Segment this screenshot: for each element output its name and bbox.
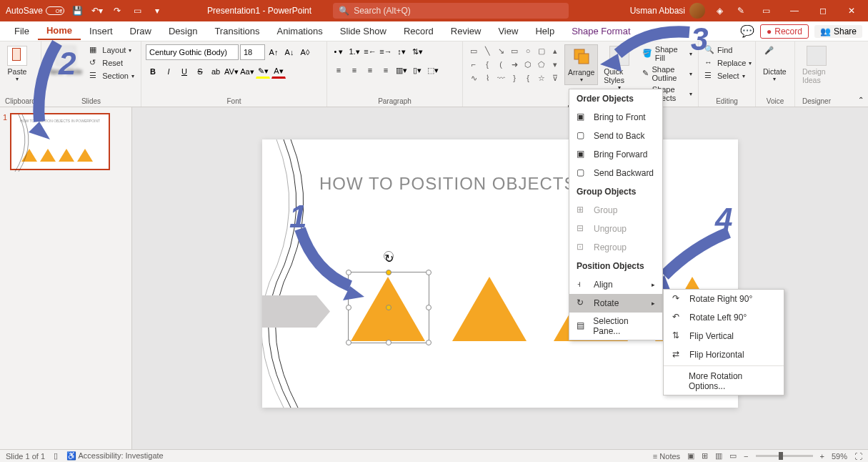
design-ideas-button[interactable]: Design Ideas — [799, 44, 834, 86]
bullets-button[interactable]: • ▾ — [331, 44, 346, 59]
arrange-button[interactable]: Arrange▾ — [564, 44, 598, 85]
normal-view-icon[interactable]: ▣ — [687, 451, 694, 461]
tab-help[interactable]: Help — [527, 23, 563, 39]
align-item[interactable]: ⫞Align▸ — [569, 275, 662, 294]
align-right-button[interactable]: ≡ — [363, 63, 377, 77]
select-button[interactable]: ☰Select▾ — [703, 70, 753, 82]
language-icon[interactable]: ▯ — [54, 451, 58, 461]
decrease-font-icon[interactable]: A↓ — [282, 45, 296, 59]
font-color-button[interactable]: A▾ — [271, 64, 286, 79]
slide-sorter-icon[interactable]: ⊞ — [702, 451, 708, 461]
columns-button[interactable]: ▥▾ — [394, 63, 409, 77]
close-icon[interactable]: ✕ — [841, 0, 862, 21]
italic-button[interactable]: I — [161, 64, 176, 79]
share-button[interactable]: 👥Share — [814, 25, 862, 38]
thumbnail-pane[interactable]: 1 HOW TO POSITION OBJECTS IN POWERPOINT — [0, 107, 132, 449]
resize-handle-e[interactable] — [426, 305, 431, 310]
dictate-button[interactable]: 🎤Dictate▾ — [760, 44, 789, 84]
rotate-left-90-item[interactable]: ↶Rotate Left 90° — [664, 308, 784, 327]
justify-button[interactable]: ≡ — [379, 63, 393, 77]
layout-button[interactable]: ▦Layout▾ — [88, 44, 136, 56]
underline-button[interactable]: U — [177, 64, 191, 79]
change-case-button[interactable]: Aa▾ — [240, 64, 254, 79]
maximize-icon[interactable]: ◻ — [812, 0, 834, 21]
align-left-button[interactable]: ≡ — [331, 63, 346, 77]
reading-view-icon[interactable]: ▥ — [715, 451, 722, 461]
char-spacing-button[interactable]: AV▾ — [224, 64, 239, 79]
search-box[interactable]: 🔍 Search (Alt+Q) — [333, 3, 569, 19]
highlight-button[interactable]: ✎▾ — [256, 64, 270, 79]
slideshow-view-icon[interactable]: ▭ — [729, 451, 737, 461]
tab-transitions[interactable]: Transitions — [206, 23, 268, 39]
resize-handle-se[interactable] — [426, 340, 431, 345]
align-center-button[interactable]: ≡ — [347, 63, 361, 77]
zoom-out-button[interactable]: − — [744, 452, 748, 461]
adjustment-handle[interactable] — [386, 305, 391, 310]
slide-counter[interactable]: Slide 1 of 1 — [6, 452, 45, 461]
align-text-button[interactable]: ▯▾ — [410, 63, 424, 77]
autosave-toggle[interactable]: AutoSave Off — [6, 6, 64, 16]
tab-record[interactable]: Record — [395, 23, 442, 39]
bring-to-front-item[interactable]: ▣Bring to Front — [569, 108, 662, 127]
save-icon[interactable]: 💾 — [70, 4, 84, 18]
tab-insert[interactable]: Insert — [81, 23, 121, 39]
font-size-select[interactable] — [240, 44, 265, 60]
numbering-button[interactable]: 1.▾ — [347, 44, 361, 59]
tab-view[interactable]: View — [489, 23, 527, 39]
rotate-item[interactable]: ↻Rotate▸ — [569, 294, 662, 313]
slide-canvas-area[interactable]: HOW TO POSITION OBJECTS IN INT ↻ — [132, 107, 868, 449]
user-account[interactable]: Usman Abbasi — [630, 3, 705, 19]
clear-format-icon[interactable]: A◊ — [298, 45, 312, 59]
shadow-button[interactable]: ab — [209, 64, 223, 79]
tab-draw[interactable]: Draw — [121, 23, 160, 39]
resize-handle-sw[interactable] — [346, 340, 351, 345]
reset-button[interactable]: ↺Reset — [88, 57, 136, 69]
zoom-level[interactable]: 59% — [832, 452, 847, 461]
find-button[interactable]: 🔍Find — [703, 44, 753, 56]
send-to-back-item[interactable]: ▢Send to Back — [569, 127, 662, 145]
bring-forward-item[interactable]: ▣Bring Forward — [569, 145, 662, 164]
decrease-indent-button[interactable]: ≡← — [363, 44, 377, 59]
undo-icon[interactable]: ↶▾ — [90, 4, 104, 18]
rotate-right-90-item[interactable]: ↷Rotate Right 90° — [664, 290, 784, 308]
tab-animations[interactable]: Animations — [269, 23, 331, 39]
rotation-handle[interactable]: ↻ — [384, 251, 394, 261]
from-beginning-icon[interactable]: ▭ — [130, 4, 144, 18]
more-rotation-item[interactable]: More Rotation Options... — [664, 368, 784, 395]
zoom-in-button[interactable]: + — [820, 452, 824, 461]
notes-button[interactable]: ≡ Notes — [653, 452, 680, 461]
smartart-button[interactable]: ⬚▾ — [426, 63, 440, 77]
accessibility-status[interactable]: ♿ Accessibility: Investigate — [66, 451, 164, 461]
comments-icon[interactable]: 💬 — [740, 24, 754, 38]
selection-pane-item[interactable]: ▤Selection Pane... — [569, 313, 662, 340]
diamond-icon[interactable]: ◈ — [712, 4, 727, 18]
replace-button[interactable]: ↔Replace▾ — [703, 57, 753, 69]
text-direction-button[interactable]: ⇅▾ — [410, 44, 424, 59]
increase-font-icon[interactable]: A↑ — [266, 45, 281, 59]
zoom-slider[interactable] — [756, 455, 813, 457]
increase-indent-button[interactable]: ≡→ — [379, 44, 393, 59]
tab-design[interactable]: Design — [160, 23, 206, 39]
flip-horizontal-item[interactable]: ⇄Flip Horizontal — [664, 345, 784, 364]
collapse-ribbon-icon[interactable]: ⌃ — [858, 96, 864, 104]
autosave-switch[interactable]: Off — [46, 6, 64, 15]
resize-handle-n[interactable] — [386, 270, 391, 275]
minimize-icon[interactable]: — — [784, 0, 805, 21]
tab-review[interactable]: Review — [442, 23, 490, 39]
flip-vertical-item[interactable]: ⇅Flip Vertical — [664, 327, 784, 345]
record-button[interactable]: ●Record — [760, 24, 809, 39]
fit-to-window-icon[interactable]: ⛶ — [854, 452, 862, 461]
tab-slideshow[interactable]: Slide Show — [331, 23, 395, 39]
font-family-select[interactable] — [146, 44, 239, 60]
triangle-shape-2[interactable] — [452, 277, 527, 341]
strikethrough-button[interactable]: S — [193, 64, 207, 79]
line-spacing-button[interactable]: ↕▾ — [394, 44, 409, 59]
redo-icon[interactable]: ↷ — [110, 4, 124, 18]
coming-soon-icon[interactable]: ✎ — [734, 4, 748, 18]
qat-customize-icon[interactable]: ▾ — [150, 4, 164, 18]
resize-handle-ne[interactable] — [426, 270, 431, 275]
resize-handle-s[interactable] — [386, 340, 391, 345]
send-backward-item[interactable]: ▢Send Backward — [569, 164, 662, 182]
bold-button[interactable]: B — [146, 64, 160, 79]
section-button[interactable]: ☰Section▾ — [88, 70, 136, 82]
